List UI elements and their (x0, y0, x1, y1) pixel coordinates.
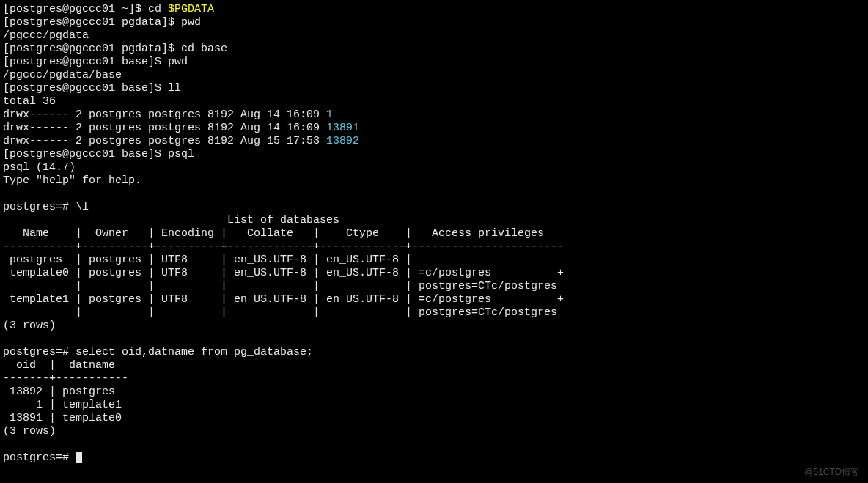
table-title: List of databases (3, 214, 865, 227)
output-line: drwx------ 2 postgres postgres 8192 Aug … (3, 108, 865, 122)
table-header: Name | Owner | Encoding | Collate | Ctyp… (3, 227, 865, 240)
cmd-line: [postgres@pgccc01 pgdata]$ cd base (3, 43, 865, 56)
cmd-line: [postgres@pgccc01 base]$ ll (3, 82, 865, 95)
table-row: | | | | | postgres=CTc/postgres (3, 280, 865, 293)
psql-cmd: postgres=# select oid,datname from pg_da… (3, 346, 865, 359)
output-line: /pgccc/pgdata (3, 29, 865, 43)
psql-cmd: postgres=# \l (3, 201, 865, 214)
watermark: @51CTO博客 (804, 467, 859, 477)
table-row: template0 | postgres | UTF8 | en_US.UTF-… (3, 267, 865, 280)
table-row: 13892 | postgres (3, 386, 865, 399)
blank-line (3, 188, 865, 201)
table-row: 13891 | template0 (3, 412, 865, 425)
output-line: total 36 (3, 95, 865, 108)
table-row: template1 | postgres | UTF8 | en_US.UTF-… (3, 293, 865, 306)
cmd-line: [postgres@pgccc01 base]$ psql (3, 148, 865, 161)
output-line: psql (14.7) (3, 161, 865, 174)
output-line: (3 rows) (3, 425, 865, 438)
cursor-icon (76, 452, 82, 463)
psql-prompt[interactable]: postgres=# (3, 451, 865, 465)
output-line: Type "help" for help. (3, 174, 865, 188)
table-header: oid | datname (3, 359, 865, 372)
output-line: drwx------ 2 postgres postgres 8192 Aug … (3, 122, 865, 135)
table-row: postgres | postgres | UTF8 | en_US.UTF-8… (3, 254, 865, 267)
table-divider: -------+----------- (3, 372, 865, 386)
output-line: /pgccc/pgdata/base (3, 69, 865, 82)
cmd-line: [postgres@pgccc01 ~]$ cd $PGDATA (3, 3, 865, 16)
blank-line (3, 438, 865, 451)
output-line: (3 rows) (3, 320, 865, 333)
cmd-line: [postgres@pgccc01 pgdata]$ pwd (3, 16, 865, 29)
blank-line (3, 333, 865, 346)
table-divider: -----------+----------+----------+------… (3, 240, 865, 254)
table-row: 1 | template1 (3, 399, 865, 412)
terminal-output[interactable]: [postgres@pgccc01 ~]$ cd $PGDATA[postgre… (3, 3, 865, 465)
output-line: drwx------ 2 postgres postgres 8192 Aug … (3, 135, 865, 148)
cmd-line: [postgres@pgccc01 base]$ pwd (3, 56, 865, 69)
table-row: | | | | | postgres=CTc/postgres (3, 306, 865, 320)
